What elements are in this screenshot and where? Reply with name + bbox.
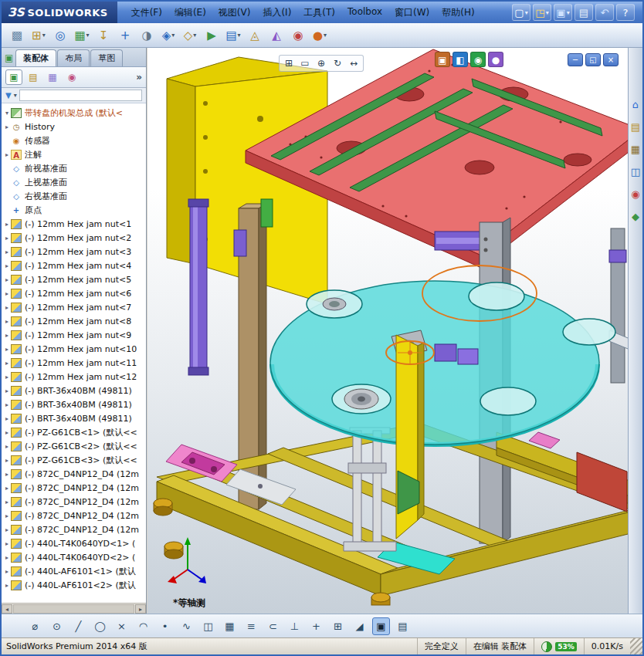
tree-item[interactable]: 原点 [3, 203, 146, 217]
tree-item[interactable]: (-) 872C_D4NP12_D4 (12m [3, 509, 146, 522]
instant3d-button[interactable]: ◭ [267, 26, 286, 45]
rotate-view-button[interactable]: ↻ [330, 56, 344, 70]
zoom-in-out-button[interactable]: ⊕ [314, 56, 328, 70]
tree-item[interactable]: (-) 12mm Hex jam nut<12 [3, 370, 146, 384]
convert-entities-button[interactable]: ⊂ [264, 617, 282, 635]
3d-model-canvas[interactable] [147, 48, 631, 614]
tree-item[interactable]: (-) 12mm Hex jam nut<8 [3, 314, 146, 328]
file-explorer-tab[interactable]: ▦ [631, 144, 640, 155]
save-button[interactable]: ▣ [554, 4, 572, 21]
point-tool-button[interactable]: • [156, 617, 174, 635]
expand-arrow-icon[interactable] [3, 221, 11, 228]
tree-item[interactable]: 传感器 [3, 134, 146, 147]
solidworks-resources-tab[interactable]: ⌂ [632, 99, 639, 110]
zoom-to-area-button[interactable]: ▭ [298, 56, 312, 70]
tree-item[interactable]: (-) 12mm Hex jam nut<4 [3, 259, 146, 272]
assembly-features-button[interactable]: ◈ [159, 26, 178, 45]
tree-item[interactable]: History [3, 120, 146, 134]
expand-arrow-icon[interactable] [3, 374, 11, 380]
tree-item[interactable]: (-) 12mm Hex jam nut<9 [3, 328, 146, 342]
display-style-button[interactable]: ◧ [452, 52, 468, 67]
smart-dimension-button[interactable]: ⌀ [26, 617, 44, 635]
tab-sketch[interactable]: 草图 [90, 49, 123, 66]
open-document-button[interactable]: ◳ [533, 4, 551, 21]
design-library-tab[interactable]: ▤ [631, 121, 640, 133]
tree-item[interactable]: (-) 12mm Hex jam nut<3 [3, 245, 146, 259]
expand-arrow-icon[interactable] [3, 318, 11, 325]
interference-detection-button[interactable]: ◉ [289, 26, 307, 45]
appearance-button[interactable]: ● [310, 26, 329, 45]
offset-entities-button[interactable]: ≡ [242, 617, 260, 635]
tree-item[interactable]: (-) 872C_D4NP12_D4 (12m [3, 522, 146, 536]
linear-component-pattern-button[interactable]: ▦ [73, 26, 91, 45]
show-hidden-components-button[interactable]: ◑ [137, 26, 156, 45]
smart-fasteners-button[interactable]: ↧ [94, 26, 113, 45]
circle-tool-button[interactable]: ⊙ [48, 617, 66, 635]
line-tool-button[interactable]: ╱ [69, 617, 87, 635]
tree-item[interactable]: 注解 [3, 147, 146, 161]
expand-arrow-icon[interactable] [3, 332, 11, 339]
edit-appearance-button[interactable]: ● [488, 52, 503, 67]
expand-arrow-icon[interactable] [3, 526, 11, 533]
tree-item[interactable]: (-) PZ-G61CB<3> (默认<< [3, 453, 146, 467]
filter-dropdown-icon[interactable]: ▾ [14, 92, 17, 99]
configurationmanager-tab[interactable]: ▦ [44, 69, 61, 85]
resize-grip[interactable] [630, 638, 642, 654]
doc-restore-button[interactable]: ◱ [585, 53, 601, 66]
menu-item[interactable]: 视图(V) [212, 4, 257, 22]
expand-arrow-icon[interactable] [3, 429, 11, 436]
tree-item[interactable]: 右视基准面 [3, 189, 146, 203]
expand-arrow-icon[interactable] [3, 346, 11, 353]
tab-layout[interactable]: 布局 [57, 49, 90, 66]
view-palette-tab[interactable]: ◫ [631, 166, 640, 178]
expand-arrow-icon[interactable] [3, 304, 11, 311]
menu-item[interactable]: 帮助(H) [436, 4, 480, 22]
doc-minimize-button[interactable]: ─ [568, 53, 583, 66]
tree-item[interactable]: (-) 440L-T4K0640YD<1> ( [3, 536, 146, 550]
print-button[interactable]: ▤ [575, 4, 593, 21]
tree-item[interactable]: (-) 12mm Hex jam nut<10 [3, 342, 146, 356]
scroll-left-icon[interactable]: ◂ [2, 604, 12, 614]
tree-item[interactable]: (-) 440L-AF6101<2> (默认 [3, 578, 146, 592]
expand-arrow-icon[interactable] [3, 123, 11, 130]
trim-entities-button[interactable]: × [113, 617, 130, 635]
tree-item[interactable]: (-) 872C_D4NP12_D4 (12m [3, 481, 146, 495]
tree-root-assembly[interactable]: 带转盘的机架总成 (默认< [3, 106, 146, 120]
base-frame[interactable] [157, 423, 631, 596]
bill-of-materials-button[interactable]: ▤ [224, 26, 242, 45]
appearances-scenes-tab[interactable]: ◉ [631, 188, 639, 200]
grid-settings-button[interactable]: ⊞ [329, 617, 347, 635]
scrollbar-track[interactable] [13, 604, 134, 614]
mate-button[interactable]: ◎ [51, 26, 69, 45]
tree-horizontal-scrollbar[interactable]: ◂ ▸ [2, 603, 146, 614]
expand-arrow-icon[interactable] [3, 512, 11, 519]
expand-arrow-icon[interactable] [3, 415, 11, 422]
tree-item[interactable]: (-) 872C_D4NP12_D4 (12m [3, 467, 146, 481]
large-assembly-mode-button[interactable]: ▣ [372, 617, 390, 635]
hide-show-items-button[interactable]: ◉ [470, 52, 486, 67]
menu-item[interactable]: Toolbox [341, 4, 388, 22]
expand-arrow-icon[interactable] [3, 151, 11, 158]
linear-sketch-pattern-button[interactable]: ▦ [221, 617, 239, 635]
shaded-sketch-contours-button[interactable]: ◢ [351, 617, 368, 635]
expand-arrow-icon[interactable] [3, 499, 11, 506]
tree-item[interactable]: (-) PZ-G61CB<1> (默认<< [3, 425, 146, 439]
move-component-button[interactable]: + [116, 26, 134, 45]
expand-arrow-icon[interactable] [3, 485, 11, 492]
new-motion-study-button[interactable]: ▶ [202, 26, 221, 45]
scroll-right-icon[interactable]: ▸ [135, 604, 146, 614]
expand-arrow-icon[interactable] [3, 387, 11, 394]
tree-item[interactable]: (-) 12mm Hex jam nut<1 [3, 217, 146, 231]
tree-item[interactable]: (-) 440L-AF6101<1> (默认 [3, 564, 146, 578]
expand-arrow-icon[interactable] [3, 582, 11, 589]
turntable-disc[interactable] [270, 281, 615, 445]
expand-arrow-icon[interactable] [3, 568, 11, 575]
tree-item[interactable]: (-) 12mm Hex jam nut<7 [3, 300, 146, 314]
menu-item[interactable]: 插入(I) [256, 4, 297, 22]
tree-item[interactable]: (-) BRT-36x40BM (49811) [3, 397, 146, 411]
help-button[interactable]: ? [616, 4, 635, 21]
arc-tool-button[interactable]: ◠ [134, 617, 152, 635]
zoom-to-fit-button[interactable]: ⊞ [282, 56, 296, 70]
pan-button[interactable]: ↔ [347, 56, 361, 70]
exploded-view-button[interactable]: ◬ [246, 26, 264, 45]
